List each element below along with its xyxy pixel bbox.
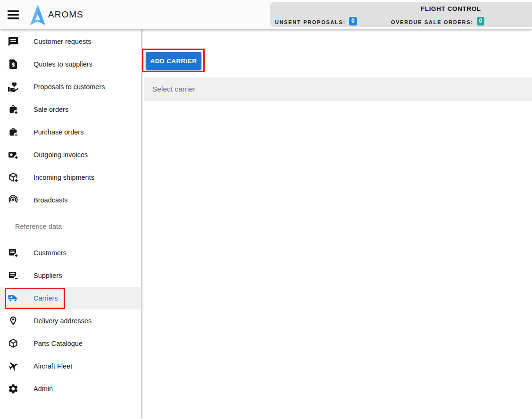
unsent-proposals-badge: 0 — [349, 17, 357, 25]
bag-minus-icon — [8, 126, 19, 138]
sidebar-item-incoming-shipments[interactable]: Incoming shipments — [0, 166, 141, 189]
flight-control-panel: FLIGHT CONTROL UNSENT PROPOSALS:0 OVERDU… — [270, 2, 532, 27]
sidebar-item-proposals-to-customers[interactable]: Proposals to customers — [0, 75, 141, 98]
sidebar-item-label: Customers — [33, 249, 66, 257]
hand-heart-icon — [8, 81, 19, 92]
aroms-logo-icon — [29, 4, 46, 26]
unsent-proposals-stat: UNSENT PROPOSALS:0 — [275, 17, 357, 26]
sidebar-item-label: Broadcasts — [33, 196, 68, 204]
sidebar-item-label: Delivery addresses — [33, 317, 91, 325]
sidebar-item-label: Suppliers — [33, 272, 62, 279]
package-icon — [8, 338, 19, 349]
sidebar-item-label: Incoming shipments — [33, 174, 94, 181]
sidebar: Customer requests $ Quotes to suppliers … — [0, 29, 141, 419]
request-quote-icon: $ — [8, 59, 19, 70]
sidebar-item-label: Aircraft Fleet — [33, 362, 72, 370]
sidebar-item-label: Admin — [33, 385, 53, 393]
sidebar-item-aircraft-fleet[interactable]: Aircraft Fleet — [0, 355, 141, 377]
broadcast-icon — [8, 194, 19, 206]
sidebar-item-label: Quotes to suppliers — [33, 60, 92, 68]
sidebar-item-customers[interactable]: Customers — [0, 242, 141, 264]
flight-control-title: FLIGHT CONTROL — [421, 5, 481, 12]
list-add-icon — [8, 247, 19, 259]
location-pin-icon — [8, 315, 19, 327]
sidebar-item-purchase-orders[interactable]: Purchase orders — [0, 121, 141, 143]
package-add-icon — [8, 172, 19, 183]
sidebar-item-parts-catalogue[interactable]: Parts Catalogue — [0, 332, 141, 355]
invoice-add-icon — [8, 149, 19, 160]
list-remove-icon — [8, 270, 19, 281]
sidebar-item-label: Carriers — [33, 294, 58, 302]
overdue-sale-orders-label: OVERDUE SALE ORDERS: — [391, 19, 474, 25]
add-carrier-button[interactable]: ADD CARRIER — [146, 52, 201, 70]
truck-icon — [8, 293, 19, 304]
sidebar-item-broadcasts[interactable]: Broadcasts — [0, 189, 141, 211]
hamburger-menu-icon[interactable] — [8, 10, 19, 19]
sidebar-item-label: Parts Catalogue — [33, 340, 83, 347]
gear-icon — [8, 383, 19, 394]
sidebar-item-label: Customer requests — [33, 38, 91, 45]
sidebar-item-suppliers[interactable]: Suppliers — [0, 264, 141, 287]
unsent-proposals-label: UNSENT PROPOSALS: — [275, 19, 346, 25]
chat-icon — [8, 36, 19, 47]
select-carrier-label: Select carrier — [152, 85, 195, 93]
sidebar-item-label: Outgoing invoices — [33, 151, 88, 159]
sidebar-section-reference-data: Reference data — [0, 211, 141, 242]
app-bar: AROMS FLIGHT CONTROL UNSENT PROPOSALS:0 … — [0, 0, 532, 29]
bag-plus-icon — [8, 104, 19, 115]
sidebar-item-customer-requests[interactable]: Customer requests — [0, 30, 141, 53]
app-title: AROMS — [48, 0, 83, 29]
sidebar-item-carriers[interactable]: Carriers — [0, 287, 141, 310]
sidebar-item-quotes-to-suppliers[interactable]: $ Quotes to suppliers — [0, 53, 141, 75]
sidebar-item-outgoing-invoices[interactable]: Outgoing invoices — [0, 143, 141, 166]
select-carrier-dropdown[interactable]: Select carrier — [144, 77, 532, 101]
overdue-sale-orders-badge: 0 — [477, 17, 485, 25]
sidebar-item-sale-orders[interactable]: Sale orders — [0, 98, 141, 121]
sidebar-item-admin[interactable]: Admin — [0, 377, 141, 400]
svg-text:$: $ — [11, 61, 15, 68]
sidebar-item-label: Sale orders — [33, 106, 68, 113]
overdue-sale-orders-stat: OVERDUE SALE ORDERS:0 — [391, 17, 484, 26]
airplane-icon — [8, 360, 19, 372]
sidebar-item-label: Proposals to customers — [33, 83, 105, 91]
sidebar-item-delivery-addresses[interactable]: Delivery addresses — [0, 310, 141, 332]
sidebar-item-label: Purchase orders — [33, 128, 83, 136]
